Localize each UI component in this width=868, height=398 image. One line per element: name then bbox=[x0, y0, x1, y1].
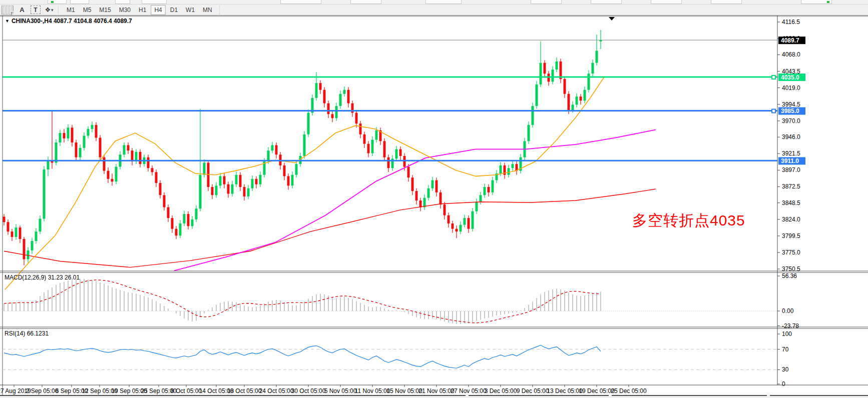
date-tick-label: 15 Nov 05:00 bbox=[386, 388, 422, 394]
candle bbox=[131, 150, 134, 162]
candle bbox=[395, 149, 398, 158]
candle bbox=[427, 188, 430, 198]
candle bbox=[544, 63, 546, 74]
chart-annotation-text[interactable]: 多空转折点4035 bbox=[632, 210, 745, 231]
candle bbox=[91, 125, 94, 129]
candle bbox=[95, 125, 98, 138]
line-handle[interactable] bbox=[772, 109, 775, 112]
status-pane bbox=[770, 395, 868, 398]
price-tick-label: 4019.0 bbox=[782, 84, 800, 92]
candle bbox=[323, 90, 326, 104]
candle bbox=[319, 83, 322, 90]
macd-indicator-label: MACD(12,26,9) 31.23 26.01 bbox=[5, 274, 80, 281]
candle bbox=[255, 179, 258, 184]
candle bbox=[271, 145, 274, 150]
candle bbox=[195, 208, 198, 220]
candle bbox=[223, 176, 226, 184]
candle bbox=[564, 79, 566, 94]
price-tick-label: 3897.0 bbox=[782, 166, 800, 174]
candle bbox=[211, 187, 214, 195]
candle bbox=[87, 129, 90, 136]
candle bbox=[147, 158, 150, 168]
candle bbox=[488, 187, 490, 192]
candle bbox=[231, 184, 234, 194]
candle bbox=[251, 179, 254, 188]
date-tick-label: 8 Oct 05:00 bbox=[171, 388, 202, 394]
candle bbox=[243, 187, 246, 196]
candle bbox=[556, 62, 558, 70]
date-tick-label: 13 Dec 05:00 bbox=[547, 388, 583, 394]
svg-text:3985.0: 3985.0 bbox=[781, 108, 799, 114]
date-tick-label: 30 Oct 05:00 bbox=[291, 388, 326, 394]
candle bbox=[460, 225, 462, 232]
candle bbox=[359, 124, 362, 134]
candle bbox=[187, 214, 190, 226]
candle bbox=[63, 133, 66, 138]
candle bbox=[371, 140, 374, 154]
price-tick-label: 3848.5 bbox=[782, 200, 800, 206]
candle bbox=[287, 176, 290, 186]
candle bbox=[600, 40, 602, 42]
price-tick-label: 3750.5 bbox=[782, 266, 800, 272]
date-tick-label: 18 Oct 05:00 bbox=[227, 388, 262, 394]
symbol-dropdown-icon[interactable]: ▼ bbox=[5, 18, 10, 24]
date-tick-label: 3 Dec 05:00 bbox=[485, 388, 517, 394]
candle bbox=[123, 145, 126, 154]
candle bbox=[267, 150, 270, 162]
mt4-window: { "toolbar": { "grip_label": "F", "a_lab… bbox=[0, 0, 868, 398]
candle bbox=[43, 170, 46, 219]
candle bbox=[596, 50, 598, 62]
candle bbox=[11, 232, 14, 237]
date-tick-label: 2 Sep 05:00 bbox=[26, 388, 59, 394]
candle bbox=[580, 96, 582, 100]
candle bbox=[468, 218, 470, 229]
candle bbox=[219, 176, 222, 186]
rsi-tick-label: 100 bbox=[782, 330, 792, 338]
candle bbox=[31, 241, 34, 250]
date-tick-label: 19 Dec 05:00 bbox=[579, 388, 615, 394]
candle bbox=[115, 167, 118, 182]
candle bbox=[55, 142, 58, 162]
candle bbox=[480, 195, 482, 202]
candle bbox=[59, 133, 62, 142]
candle bbox=[235, 175, 238, 184]
candle bbox=[103, 158, 106, 171]
candle bbox=[215, 186, 218, 195]
rsi-indicator-label: RSI(14) 66.1231 bbox=[5, 330, 49, 337]
candle bbox=[83, 136, 86, 148]
svg-text:3911.0: 3911.0 bbox=[781, 158, 799, 164]
rsi-tick-label: 0 bbox=[782, 380, 785, 388]
candle bbox=[207, 162, 210, 187]
candle bbox=[7, 222, 10, 232]
candle bbox=[191, 220, 194, 226]
line-handle[interactable] bbox=[772, 76, 775, 79]
candle bbox=[588, 74, 590, 90]
price-tick-label: 4116.5 bbox=[782, 18, 800, 26]
candle bbox=[532, 106, 534, 125]
candle bbox=[419, 200, 422, 207]
price-tick-label: 4068.0 bbox=[782, 51, 800, 58]
candle bbox=[227, 184, 230, 194]
candle bbox=[452, 224, 454, 229]
current-price-badge: 4089.7 bbox=[778, 36, 805, 44]
candle bbox=[171, 218, 174, 229]
candle bbox=[107, 171, 110, 179]
candle bbox=[407, 167, 410, 178]
price-tick-label: 3921.5 bbox=[782, 150, 800, 157]
candle bbox=[540, 63, 542, 84]
price-tick-label: 3775.0 bbox=[782, 249, 800, 256]
macd-tick-label: 56.36 bbox=[782, 272, 797, 280]
date-tick-label: 9 Dec 05:00 bbox=[517, 388, 549, 394]
candle bbox=[151, 168, 154, 172]
candle bbox=[472, 212, 474, 229]
candle bbox=[375, 130, 378, 140]
candle bbox=[476, 202, 478, 212]
chart-symbol-title[interactable]: ▼CHINA300-,H4 4087.7 4104.8 4076.4 4089.… bbox=[5, 18, 132, 24]
chart-canvas[interactable]: 4116.54092.04068.04043.54019.03994.53970… bbox=[0, 0, 868, 395]
candle bbox=[464, 218, 466, 224]
candle bbox=[75, 142, 78, 158]
candle bbox=[512, 164, 514, 168]
candle bbox=[584, 90, 586, 101]
candle bbox=[283, 166, 286, 176]
candle bbox=[343, 90, 346, 94]
